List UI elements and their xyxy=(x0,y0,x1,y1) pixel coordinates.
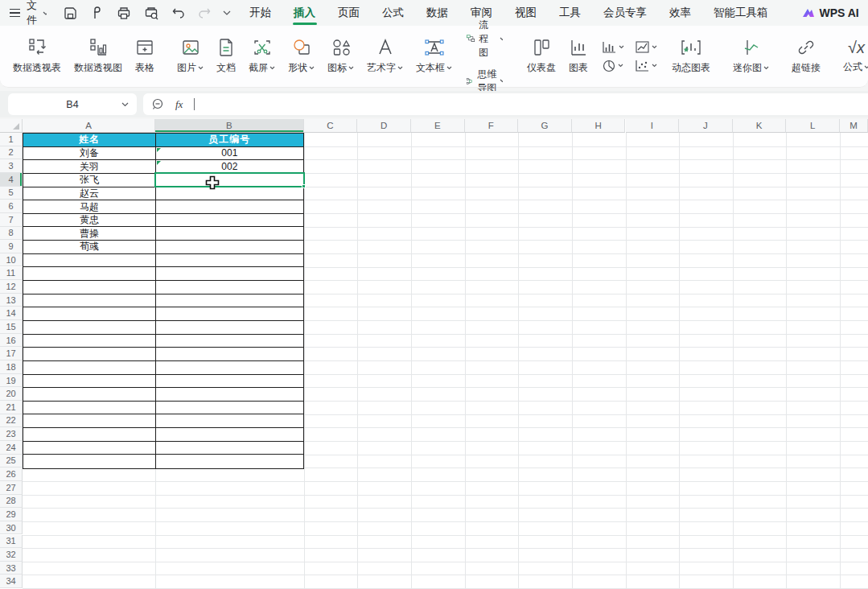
doc-button[interactable]: 文档 xyxy=(210,35,242,78)
cell-B22[interactable] xyxy=(156,414,303,427)
cell-B6[interactable] xyxy=(156,200,303,213)
cell-A7[interactable]: 黄忠 xyxy=(23,214,156,227)
cell-A8[interactable]: 曹操 xyxy=(23,227,156,240)
cell-A17[interactable] xyxy=(23,348,156,360)
fill-handle[interactable] xyxy=(302,184,306,188)
tab-3[interactable]: 公式 xyxy=(381,0,405,26)
row-header-21[interactable]: 21 xyxy=(0,401,23,414)
row-header-16[interactable]: 16 xyxy=(0,334,23,348)
column-header-G[interactable]: G xyxy=(518,119,572,133)
pie-chart-button[interactable] xyxy=(601,58,626,74)
column-header-D[interactable]: D xyxy=(357,119,411,133)
column-header-I[interactable]: I xyxy=(626,119,680,133)
cell-B8[interactable] xyxy=(156,227,303,240)
row-header-2[interactable]: 2 xyxy=(0,146,23,160)
cell-A21[interactable] xyxy=(23,402,156,414)
tab-9[interactable]: 效率 xyxy=(668,0,692,26)
cell-B25[interactable] xyxy=(156,455,303,468)
row-header-8[interactable]: 8 xyxy=(0,227,23,241)
row-header-34[interactable]: 34 xyxy=(0,575,23,588)
screenshot-button[interactable]: 截屏 xyxy=(242,35,282,78)
print-preview-icon[interactable] xyxy=(143,6,160,21)
cell-B12[interactable] xyxy=(156,281,303,294)
picture-button[interactable]: 图片 xyxy=(171,35,210,78)
cell-A25[interactable] xyxy=(23,455,156,468)
undo-icon[interactable] xyxy=(171,6,186,19)
cell-B19[interactable] xyxy=(156,375,303,388)
row-header-7[interactable]: 7 xyxy=(0,213,23,227)
cell-A5[interactable]: 赵云 xyxy=(23,187,156,200)
cell-B17[interactable] xyxy=(156,348,303,360)
select-all-corner[interactable] xyxy=(0,119,23,133)
row-header-5[interactable]: 5 xyxy=(0,187,23,200)
row-header-31[interactable]: 31 xyxy=(0,535,23,549)
cell-B23[interactable] xyxy=(156,428,303,441)
cell-B9[interactable] xyxy=(156,241,303,253)
tab-7[interactable]: 工具 xyxy=(558,0,582,26)
row-header-9[interactable]: 9 xyxy=(0,240,23,253)
row-header-20[interactable]: 20 xyxy=(0,387,23,401)
tab-1[interactable]: 插入 xyxy=(293,0,316,26)
column-header-B[interactable]: B xyxy=(155,119,303,133)
cell-A12[interactable] xyxy=(23,281,156,294)
textbox-button[interactable]: 文本框 xyxy=(409,35,459,78)
column-header-F[interactable]: F xyxy=(465,119,519,133)
cell-A23[interactable] xyxy=(23,428,156,441)
cell-A18[interactable] xyxy=(23,361,156,374)
tab-6[interactable]: 视图 xyxy=(514,0,537,26)
row-header-18[interactable]: 18 xyxy=(0,360,23,374)
cell-A6[interactable]: 马超 xyxy=(23,200,156,213)
dashboard-button[interactable]: 仪表盘 xyxy=(520,35,562,78)
column-header-C[interactable]: C xyxy=(304,119,358,133)
row-header-19[interactable]: 19 xyxy=(0,374,23,388)
cell-A15[interactable] xyxy=(23,321,156,334)
row-header-27[interactable]: 27 xyxy=(0,481,23,495)
row-header-25[interactable]: 25 xyxy=(0,455,23,468)
wps-ai-button[interactable]: WPS AI xyxy=(801,6,859,19)
sparkline-button[interactable]: 迷你图 xyxy=(726,35,775,78)
cell-B2[interactable]: 001 xyxy=(156,147,303,160)
cell-B3[interactable]: 002 xyxy=(156,160,303,173)
quick-access-more-icon[interactable] xyxy=(223,10,231,15)
cell-B11[interactable] xyxy=(156,267,303,280)
cell-A4[interactable]: 张飞 xyxy=(23,174,156,187)
cell-B13[interactable] xyxy=(156,294,303,307)
tab-8[interactable]: 会员专享 xyxy=(603,0,648,26)
tab-4[interactable]: 数据 xyxy=(426,0,449,26)
formula-button[interactable]: √x 公式 xyxy=(837,35,868,77)
row-header-17[interactable]: 17 xyxy=(0,347,23,360)
cell-A13[interactable] xyxy=(23,294,156,307)
tab-0[interactable]: 开始 xyxy=(249,0,272,26)
row-header-14[interactable]: 14 xyxy=(0,307,23,320)
formula-input[interactable]: fx xyxy=(143,93,868,115)
pivot-table-button[interactable]: 数据透视表 xyxy=(6,35,68,78)
hyperlink-button[interactable]: 超链接 xyxy=(785,35,827,78)
column-header-E[interactable]: E xyxy=(411,119,465,133)
file-menu[interactable]: 文件 xyxy=(27,0,47,27)
cell-A11[interactable] xyxy=(23,267,156,280)
cell-B5[interactable] xyxy=(156,187,303,200)
row-header-13[interactable]: 13 xyxy=(0,294,23,307)
cell-A20[interactable] xyxy=(23,388,156,401)
print-icon[interactable] xyxy=(116,6,132,21)
row-header-24[interactable]: 24 xyxy=(0,441,23,455)
row-header-3[interactable]: 3 xyxy=(0,159,23,173)
cell-B24[interactable] xyxy=(156,442,303,455)
row-header-4[interactable]: 4 xyxy=(0,173,23,187)
chart-button[interactable]: 图表 xyxy=(562,35,594,78)
cell-B16[interactable] xyxy=(156,335,303,348)
cell-B10[interactable] xyxy=(156,254,303,267)
cell-A19[interactable] xyxy=(23,375,156,388)
cell-A2[interactable]: 刘备 xyxy=(23,147,156,160)
row-header-30[interactable]: 30 xyxy=(0,521,23,535)
row-header-28[interactable]: 28 xyxy=(0,495,23,509)
row-header-10[interactable]: 10 xyxy=(0,253,23,267)
cell-B1[interactable]: 员工编号 xyxy=(156,134,303,146)
table-button[interactable]: 表格 xyxy=(129,35,161,78)
column-header-M[interactable]: M xyxy=(840,119,868,133)
row-header-22[interactable]: 22 xyxy=(0,414,23,428)
cell-A22[interactable] xyxy=(23,414,156,427)
scatter-chart-button[interactable] xyxy=(634,58,659,74)
cell-A9[interactable]: 荀彧 xyxy=(23,241,156,253)
cell-B14[interactable] xyxy=(156,307,303,320)
